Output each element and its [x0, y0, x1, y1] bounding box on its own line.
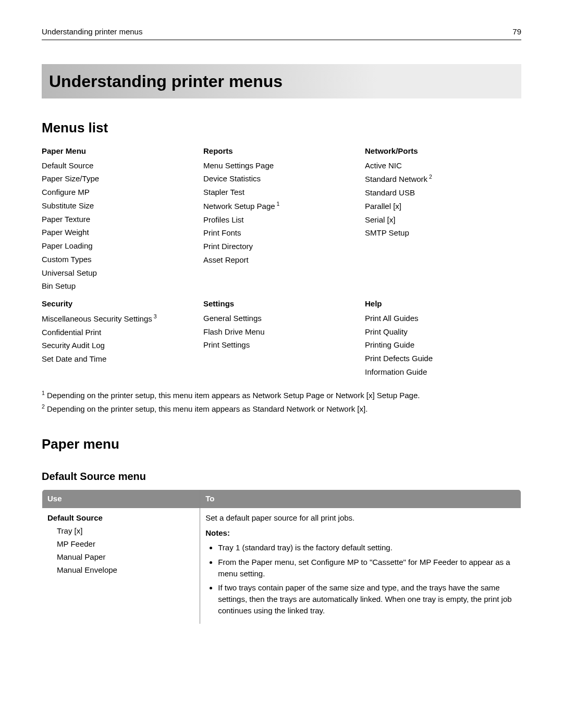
- menu-item: Information Guide: [365, 366, 521, 378]
- option-description: Set a default paper source for all print…: [205, 512, 516, 524]
- th-use: Use: [42, 489, 200, 508]
- default-source-table: Use To Default Source Tray [x]MP FeederM…: [42, 489, 521, 624]
- menu-item: Active NIC: [365, 160, 521, 171]
- menu-heading: Settings: [203, 298, 360, 310]
- option-name: Default Source: [47, 512, 194, 524]
- menu-block: HelpPrint All GuidesPrint QualityPrintin…: [365, 298, 521, 380]
- th-to: To: [200, 489, 521, 508]
- menu-item: Default Source: [42, 160, 198, 171]
- page-title: Understanding printer menus: [42, 64, 521, 98]
- menu-item: Stapler Test: [203, 187, 360, 198]
- footnote: 2 Depending on the printer setup, this m…: [42, 403, 521, 415]
- default-source-heading: Default Source menu: [42, 469, 521, 484]
- menu-block: Network/PortsActive NICStandard Network …: [365, 145, 521, 294]
- option-value: Manual Envelope: [57, 564, 194, 576]
- menu-heading: Paper Menu: [42, 145, 198, 157]
- menu-item: Confidential Print: [42, 327, 198, 338]
- menu-item: Miscellaneous Security Settings 3: [42, 313, 198, 325]
- notes-label: Notes:: [205, 527, 516, 539]
- menu-item: Profiles List: [203, 214, 360, 226]
- menu-item: Printing Guide: [365, 339, 521, 351]
- table-row: Default Source Tray [x]MP FeederManual P…: [42, 508, 521, 624]
- menu-item: Print Quality: [365, 326, 521, 338]
- menu-heading: Security: [42, 298, 198, 310]
- option-values: Tray [x]MP FeederManual PaperManual Enve…: [57, 525, 194, 575]
- menu-block: SecurityMiscellaneous Security Settings …: [42, 298, 198, 380]
- note-item: Tray 1 (standard tray) is the factory de…: [218, 542, 516, 553]
- menu-item: Custom Types: [42, 254, 198, 265]
- footnote-ref: 1: [275, 201, 280, 207]
- menu-item: Print Settings: [203, 339, 360, 351]
- note-item: From the Paper menu, set Configure MP to…: [218, 557, 516, 579]
- menu-item: Paper Loading: [42, 240, 198, 252]
- menu-block: SettingsGeneral SettingsFlash Drive Menu…: [203, 298, 360, 380]
- menu-item: Parallel [x]: [365, 201, 521, 212]
- menu-item: Bin Setup: [42, 280, 198, 292]
- menu-item: Asset Report: [203, 254, 360, 266]
- option-value: Tray [x]: [57, 525, 194, 537]
- page-header: Understanding printer menus 79: [42, 26, 521, 40]
- menu-item: Paper Texture: [42, 214, 198, 225]
- footnotes: 1 Depending on the printer setup, this m…: [42, 389, 521, 415]
- menu-block: ReportsMenu Settings PageDevice Statisti…: [203, 145, 360, 294]
- menu-item: Security Audit Log: [42, 340, 198, 351]
- menu-item: General Settings: [203, 313, 360, 324]
- header-section: Understanding printer menus: [42, 26, 142, 38]
- header-page-number: 79: [512, 26, 521, 38]
- menu-item: Universal Setup: [42, 267, 198, 279]
- menu-heading: Reports: [203, 145, 360, 157]
- menus-list-heading: Menus list: [42, 118, 521, 138]
- footnote-ref: 3: [152, 313, 157, 319]
- menu-item: Paper Size/Type: [42, 173, 198, 184]
- notes-list: Tray 1 (standard tray) is the factory de…: [205, 542, 516, 616]
- menu-item: Substitute Size: [42, 200, 198, 212]
- menu-item: Configure MP: [42, 187, 198, 198]
- menu-item: Print All Guides: [365, 313, 521, 324]
- menu-item: Print Defects Guide: [365, 353, 521, 364]
- footnote-ref: 2: [427, 174, 432, 180]
- menu-item: Serial [x]: [365, 214, 521, 226]
- menu-item: Print Directory: [203, 241, 360, 252]
- menus-grid: Paper MenuDefault SourcePaper Size/TypeC…: [42, 145, 521, 380]
- menu-item: Flash Drive Menu: [203, 326, 360, 338]
- menu-item: Standard Network 2: [365, 173, 521, 185]
- option-value: MP Feeder: [57, 538, 194, 550]
- menu-item: SMTP Setup: [365, 227, 521, 239]
- menu-heading: Network/Ports: [365, 145, 521, 157]
- menu-item: Set Date and Time: [42, 353, 198, 365]
- note-item: If two trays contain paper of the same s…: [218, 582, 516, 616]
- menu-item: Menu Settings Page: [203, 160, 360, 171]
- menu-item: Network Setup Page 1: [203, 200, 360, 212]
- menu-item: Device Statistics: [203, 173, 360, 184]
- menu-heading: Help: [365, 298, 521, 310]
- menu-block: Paper MenuDefault SourcePaper Size/TypeC…: [42, 145, 198, 294]
- paper-menu-heading: Paper menu: [42, 435, 521, 454]
- menu-item: Standard USB: [365, 187, 521, 199]
- menu-item: Paper Weight: [42, 227, 198, 238]
- footnote: 1 Depending on the printer setup, this m…: [42, 389, 521, 401]
- menu-item: Print Fonts: [203, 227, 360, 239]
- option-value: Manual Paper: [57, 551, 194, 563]
